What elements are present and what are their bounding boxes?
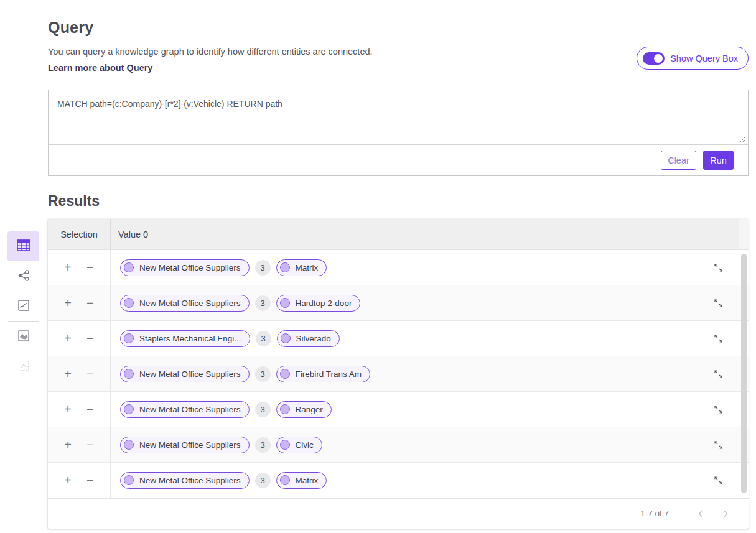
intro-row: You can query a knowledge graph to ident… (48, 47, 749, 73)
chart-view-icon (17, 299, 30, 313)
entity-pill-source[interactable]: New Metal Office Suppliers (120, 472, 250, 489)
entity-pill-source[interactable]: Staplers Mechanical Engi... (120, 330, 250, 347)
expand-diagonal-icon[interactable] (698, 321, 739, 356)
expand-diagonal-icon[interactable] (698, 463, 739, 498)
entity-pill-source[interactable]: New Metal Office Suppliers (120, 295, 250, 312)
query-footer: Clear Run (49, 144, 748, 175)
pagination-bar: 1-7 of 7 (48, 498, 749, 528)
plus-icon[interactable]: + (63, 261, 73, 274)
expand-diagonal-icon[interactable] (698, 285, 739, 320)
minus-icon[interactable]: − (85, 332, 95, 345)
entity-pill-target[interactable]: Civic (276, 437, 322, 453)
plus-icon[interactable]: + (63, 297, 73, 309)
entity-label: New Metal Office Suppliers (139, 369, 241, 379)
hop-count-badge: 3 (255, 260, 271, 276)
entity-pill-target[interactable]: Matrix (276, 259, 327, 276)
view-table-button[interactable] (7, 231, 39, 261)
entity-label: New Metal Office Suppliers (139, 476, 241, 485)
vertex-dot-icon (280, 404, 290, 414)
table-row: + − Staplers Mechanical Engi... 3 Silver… (48, 321, 749, 356)
chevron-right-icon[interactable] (717, 507, 734, 521)
toggle-switch[interactable] (643, 52, 665, 65)
minus-icon[interactable]: − (85, 368, 95, 380)
minus-icon[interactable]: − (85, 438, 95, 451)
entity-pill-target[interactable]: Silverado (277, 330, 340, 347)
pagination-range: 1-7 of 7 (640, 509, 669, 518)
table-body: + − New Metal Office Suppliers 3 Matrix … (48, 250, 749, 498)
run-button[interactable]: Run (703, 151, 734, 170)
vertical-scrollbar-thumb[interactable] (741, 254, 747, 493)
hop-count-badge: 3 (255, 437, 271, 453)
plus-icon[interactable]: + (63, 474, 73, 486)
toggle-knob (654, 54, 663, 63)
entity-label: Silverado (296, 334, 331, 343)
expand-diagonal-icon[interactable] (698, 356, 739, 391)
map-view-icon (17, 330, 30, 344)
view-custom-button[interactable] (7, 351, 39, 381)
table-row: + − New Metal Office Suppliers 3 Civic (48, 427, 749, 463)
clear-button[interactable]: Clear (661, 151, 696, 170)
chevron-left-icon[interactable] (693, 507, 709, 521)
entity-label: Matrix (296, 263, 319, 272)
minus-icon[interactable]: − (85, 474, 95, 486)
entity-pill-target[interactable]: Hardtop 2-door (276, 295, 361, 312)
query-input[interactable]: MATCH path=(c:Company)-[r*2]-(v:Vehicle)… (49, 90, 748, 144)
vertex-dot-icon (280, 369, 290, 379)
entity-label: Matrix (296, 476, 319, 485)
scrollbar-header-strip (739, 219, 749, 249)
selection-cell: + − (48, 392, 111, 427)
resize-grip-icon[interactable] (739, 136, 746, 142)
entity-pill-target[interactable]: Ranger (276, 401, 332, 418)
minus-icon[interactable]: − (85, 403, 95, 415)
hop-count-badge: 3 (255, 366, 271, 382)
entity-label: Hardtop 2-door (296, 299, 352, 308)
vertex-dot-icon (280, 298, 290, 308)
page-description: You can query a knowledge graph to ident… (48, 47, 373, 57)
plus-icon[interactable]: + (63, 438, 73, 451)
learn-more-link[interactable]: Learn more about Query (48, 63, 152, 73)
vertex-dot-icon (124, 333, 134, 343)
query-box: MATCH path=(c:Company)-[r*2]-(v:Vehicle)… (48, 90, 749, 176)
plus-icon[interactable]: + (63, 368, 73, 380)
entity-label: New Metal Office Suppliers (139, 440, 241, 450)
selection-cell: + − (48, 285, 111, 320)
value-cell: New Metal Office Suppliers 3 Hardtop 2-d… (111, 285, 698, 320)
entity-label: New Metal Office Suppliers (139, 299, 241, 308)
entity-label: New Metal Office Suppliers (139, 405, 241, 414)
entity-pill-source[interactable]: New Metal Office Suppliers (120, 437, 250, 453)
entity-pill-target[interactable]: Matrix (276, 472, 327, 489)
selection-cell: + − (48, 463, 111, 498)
hop-count-badge: 3 (255, 473, 271, 488)
toggle-label: Show Query Box (670, 53, 738, 63)
plus-icon[interactable]: + (63, 332, 73, 345)
expand-diagonal-icon[interactable] (698, 427, 739, 462)
table-row: + − New Metal Office Suppliers 3 Hardtop… (48, 285, 749, 321)
vertex-dot-icon (124, 262, 134, 272)
vertex-dot-icon (124, 404, 134, 414)
expand-diagonal-icon[interactable] (698, 250, 739, 285)
selection-cell: + − (48, 250, 111, 285)
entity-label: New Metal Office Suppliers (139, 263, 241, 272)
value-cell: New Metal Office Suppliers 3 Matrix (111, 250, 698, 285)
value-cell: New Metal Office Suppliers 3 Ranger (111, 392, 698, 427)
entity-pill-target[interactable]: Firebird Trans Am (276, 366, 371, 382)
vertex-dot-icon (124, 298, 134, 308)
minus-icon[interactable]: − (85, 261, 95, 274)
plus-icon[interactable]: + (63, 403, 73, 415)
minus-icon[interactable]: − (85, 297, 95, 309)
entity-label: Civic (296, 440, 314, 450)
vertex-dot-icon (124, 440, 134, 450)
entity-pill-source[interactable]: New Metal Office Suppliers (120, 401, 250, 418)
entity-label: Firebird Trans Am (296, 369, 362, 379)
page-title: Query (48, 19, 749, 37)
view-chart-button[interactable] (7, 291, 39, 321)
expand-diagonal-icon[interactable] (698, 392, 739, 427)
show-query-box-toggle[interactable]: Show Query Box (637, 47, 749, 70)
view-map-button[interactable] (7, 322, 39, 351)
custom-view-icon (17, 359, 30, 374)
entity-pill-source[interactable]: New Metal Office Suppliers (120, 366, 250, 382)
vertex-dot-icon (281, 333, 291, 343)
view-graph-button[interactable] (7, 261, 39, 291)
entity-pill-source[interactable]: New Metal Office Suppliers (120, 259, 250, 276)
hop-count-badge: 3 (255, 295, 271, 311)
